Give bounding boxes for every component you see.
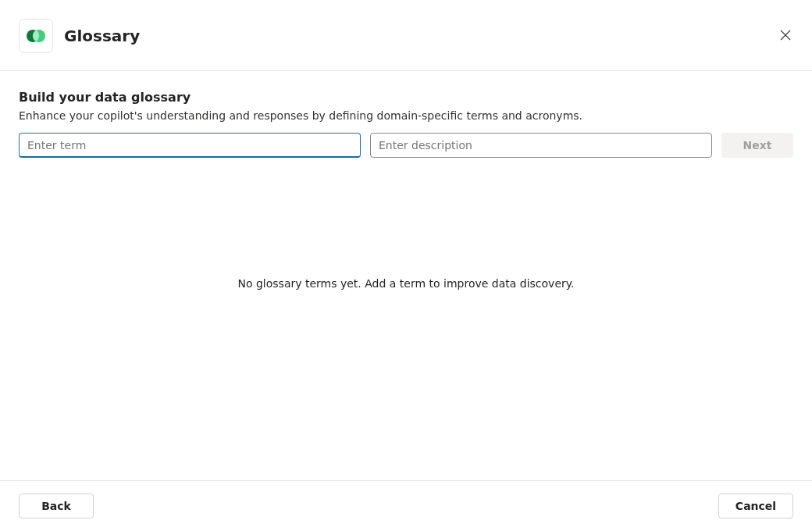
dialog-footer: Back Cancel <box>0 480 812 531</box>
section-description: Enhance your copilot's understanding and… <box>19 109 793 122</box>
description-input[interactable] <box>370 133 712 158</box>
dialog-header: Glossary <box>0 0 812 71</box>
dataverse-icon <box>26 28 46 44</box>
term-input[interactable] <box>19 133 361 158</box>
app-logo <box>19 19 53 53</box>
glossary-input-row: Next <box>19 133 793 158</box>
empty-state-message: No glossary terms yet. Add a term to imp… <box>0 277 812 290</box>
close-icon <box>780 30 791 41</box>
cancel-button[interactable]: Cancel <box>718 494 793 519</box>
section-title: Build your data glossary <box>19 90 793 105</box>
dialog-title: Glossary <box>64 27 140 45</box>
close-button[interactable] <box>773 23 798 48</box>
glossary-dialog: Glossary Build your data glossary Enhanc… <box>0 0 812 531</box>
dialog-body: Build your data glossary Enhance your co… <box>0 71 812 480</box>
back-button[interactable]: Back <box>19 494 94 519</box>
next-button[interactable]: Next <box>721 133 793 158</box>
